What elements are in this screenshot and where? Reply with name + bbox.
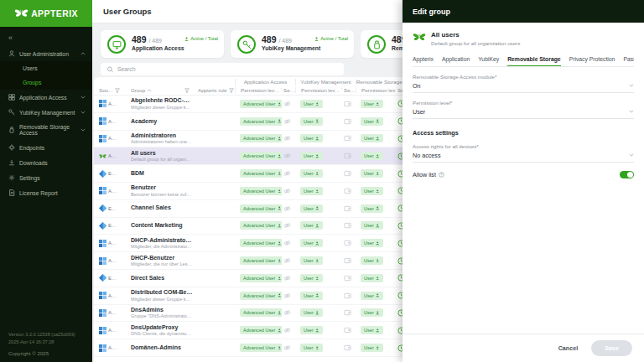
allow-list-toggle[interactable]	[620, 171, 634, 179]
sidebar-collapse-button[interactable]: «	[0, 27, 92, 46]
filter-icon[interactable]	[115, 88, 120, 93]
ad-source-icon	[99, 327, 106, 334]
group-description: DNS-Clients, die dynamische Upd…	[131, 331, 193, 337]
sidebar-item-endpoints[interactable]: Endpoints	[0, 140, 92, 155]
field-removable-storage-access-module-: Removable Storage Access module*On	[413, 74, 634, 93]
field-select[interactable]: No access	[413, 149, 634, 163]
group-description: Gruppe "DNS-Administratoren"	[131, 313, 193, 319]
card-label: Application Access	[132, 45, 184, 51]
column-settings: Se…	[344, 87, 356, 93]
sidebar-item-user-administration[interactable]: User Administration	[0, 46, 92, 61]
card-icon	[344, 275, 351, 282]
ad-source-icon	[99, 100, 106, 107]
doc-icon	[8, 189, 15, 196]
yubikey-permission-badge: User	[300, 326, 323, 334]
app-permission-badge: Advanced User	[240, 326, 282, 334]
filter-icon[interactable]	[184, 88, 190, 93]
sidebar-item-downloads[interactable]: Downloads	[0, 155, 92, 170]
page-title: User Groups	[103, 7, 152, 16]
group-description: Mitglieder dieser Gruppe können …	[131, 297, 193, 303]
source-label: A…	[108, 258, 117, 263]
group-name: Channel Sales	[131, 204, 193, 211]
group-description: Mitglieder, die nur über Lesezugriff…	[131, 261, 193, 267]
active-total-badge: Active / Total	[184, 36, 218, 41]
eye-off-icon	[283, 170, 291, 177]
group-description: Mitglieder dieser Gruppe können K…	[131, 105, 193, 111]
person-icon	[184, 37, 189, 41]
source-label: E…	[108, 171, 117, 176]
key-icon	[8, 109, 15, 116]
yubikey-permission-badge: User	[300, 152, 323, 160]
tab-privacy-protection[interactable]: Privacy Protection	[569, 54, 615, 66]
sidebar-item-license-report[interactable]: License Report	[0, 185, 92, 200]
field-permission-level-: Permission level*User	[413, 100, 634, 119]
yubikey-permission-badge: User	[300, 239, 323, 247]
sidebar-item-users[interactable]: Users	[0, 61, 92, 75]
tab-yubikey[interactable]: YubiKey	[478, 54, 499, 66]
appterix-source-icon	[99, 153, 106, 160]
endpoint-icon	[8, 144, 15, 151]
field-select[interactable]: On	[413, 80, 634, 93]
column-settings: Se…	[283, 87, 295, 93]
build-date-text: 2025-Apr-14 16:37:28	[8, 339, 90, 346]
field-select[interactable]: User	[413, 106, 634, 119]
sidebar-nav: « User AdministrationUsersGroupsApplicat…	[0, 27, 92, 362]
tab-removable-storage[interactable]: Removable Storage	[507, 54, 560, 67]
storage-permission-badge: User	[361, 308, 383, 317]
search-bar	[101, 63, 344, 75]
help-icon[interactable]	[439, 172, 444, 178]
entra-source-icon	[99, 170, 106, 178]
sidebar-item-removable-storage-access[interactable]: Removable Storage Access	[0, 120, 92, 140]
source-label: A…	[108, 189, 117, 194]
sort-asc-icon[interactable]	[147, 89, 152, 92]
app-permission-badge: Advanced User	[240, 256, 282, 265]
group-name: All users	[131, 150, 193, 157]
storage-permission-badge: User	[361, 134, 383, 142]
search-input[interactable]	[117, 66, 338, 72]
group-name: Benutzer	[131, 184, 193, 191]
ad-source-icon	[99, 344, 106, 352]
person-icon	[314, 37, 319, 41]
sidebar-item-application-access[interactable]: Application Access	[0, 90, 92, 105]
group-description: Mitglieder, die Administratorzugrif…	[131, 244, 193, 250]
eye-off-icon	[283, 327, 291, 334]
source-label: A…	[108, 240, 117, 246]
tab-password-manager[interactable]: Password Manager	[623, 54, 634, 66]
app-permission-badge: Advanced User	[240, 221, 282, 230]
tab-application[interactable]: Application	[442, 54, 470, 66]
field-access-rights-for-all-devices-: Access rights for all devices*No access	[413, 143, 634, 163]
logo[interactable]: APPTERIX	[0, 0, 92, 27]
yubikey-permission-badge: User	[300, 100, 323, 108]
panel-footer: Cancel Save	[402, 334, 644, 362]
eye-off-icon	[283, 275, 291, 282]
eye-off-icon	[283, 240, 291, 246]
card-icon	[344, 222, 351, 229]
section-access-settings: Access settings	[413, 129, 634, 137]
tab-appterix[interactable]: Appterix	[413, 54, 434, 66]
app-permission-badge: Advanced User	[240, 274, 282, 282]
search-icon	[106, 66, 114, 73]
sidebar-item-label: Application Access	[19, 95, 67, 101]
sidebar-item-settings[interactable]: Settings	[0, 170, 92, 185]
group-name: Administratoren	[131, 132, 193, 139]
cancel-button[interactable]: Cancel	[558, 344, 579, 352]
group-identity: All users Default group for all organiza…	[413, 31, 634, 46]
chevron-down-icon	[80, 128, 86, 132]
yubikey-permission-badge: User	[300, 274, 323, 282]
group-description: Default group for all organization users	[431, 40, 520, 46]
source-label: E…	[108, 276, 117, 281]
save-button[interactable]: Save	[591, 340, 632, 356]
sidebar-item-label: License Report	[19, 190, 58, 196]
column-appterix-role: Appterix role	[198, 87, 227, 93]
filter-icon[interactable]	[229, 88, 234, 93]
storage-permission-badge: User	[361, 117, 383, 126]
card-icon	[344, 135, 351, 142]
sidebar-item-yubikey-management[interactable]: YubiKey Management	[0, 105, 92, 120]
sidebar-item-label: User Administration	[19, 51, 69, 57]
field-value: No access	[413, 152, 441, 159]
sidebar-item-groups[interactable]: Groups	[0, 75, 92, 90]
copyright-text: Copyright © 2025	[8, 349, 90, 358]
group-name: DnsUpdateProxy	[131, 324, 193, 331]
yubikey-permission-badge: User	[300, 344, 323, 352]
app-permission-badge: Advanced User	[240, 292, 282, 300]
